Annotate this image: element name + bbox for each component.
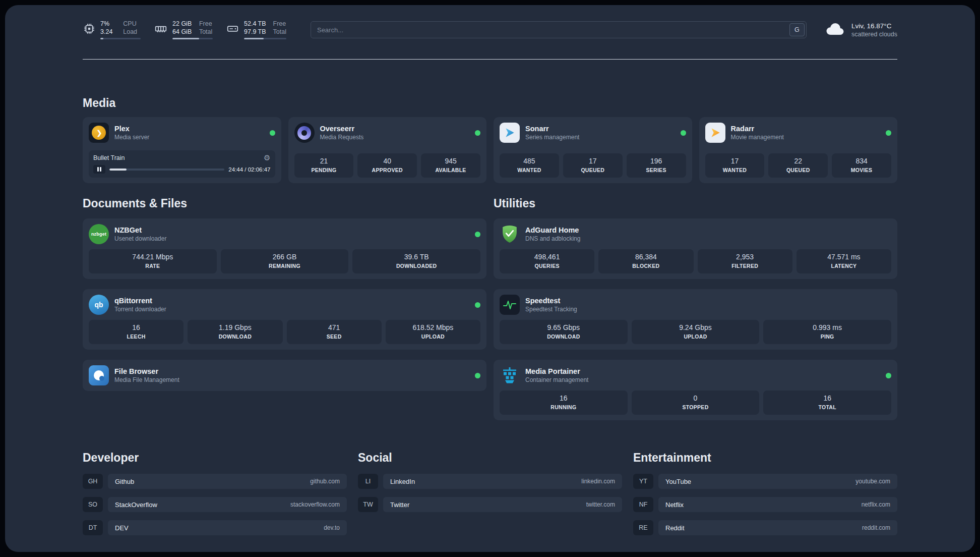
bookmark-url: youtube.com bbox=[855, 478, 890, 485]
bookmark-abbr: SO bbox=[83, 497, 103, 512]
speedtest-icon bbox=[500, 295, 520, 315]
app-desc: Media Requests bbox=[320, 134, 364, 141]
disk-stat: 52.4 TB Free 97.9 TB Total bbox=[226, 20, 286, 40]
ram-free-value: 22 GiB bbox=[172, 20, 192, 28]
disk-free-value: 52.4 TB bbox=[244, 20, 266, 28]
nzbget-icon: nzbget bbox=[89, 224, 109, 244]
bookmark-name: StackOverflow bbox=[115, 501, 157, 509]
bookmark-dev[interactable]: DT DEV dev.to bbox=[83, 520, 347, 535]
seek-bar[interactable] bbox=[109, 169, 224, 171]
bookmark-youtube[interactable]: YT YouTube youtube.com bbox=[633, 474, 897, 489]
app-card-radarr[interactable]: Radarr Movie management 17 WANTED 22 QUE… bbox=[699, 117, 898, 183]
app-name: Overseerr bbox=[320, 124, 364, 133]
sonarr-icon bbox=[500, 123, 520, 143]
bookmark-url: netflix.com bbox=[862, 501, 890, 508]
bookmark-reddit[interactable]: RE Reddit reddit.com bbox=[633, 520, 897, 535]
stat-queued: 22 QUEUED bbox=[768, 153, 828, 178]
app-card-nzbget[interactable]: nzbget NZBGet Usenet downloader 744.21 M… bbox=[83, 218, 486, 279]
app-desc: Speedtest Tracking bbox=[525, 306, 577, 313]
cpu-stat: 7% CPU 3.24 Load bbox=[83, 20, 141, 40]
bookmark-name: DEV bbox=[115, 524, 129, 532]
now-playing-title: Bullet Train bbox=[93, 154, 125, 161]
bookmark-github[interactable]: GH Github github.com bbox=[83, 474, 347, 489]
cpu-label: CPU bbox=[123, 20, 141, 28]
bookmark-group-entertainment: Entertainment YT YouTube youtube.com NF … bbox=[633, 451, 897, 535]
topbar-divider bbox=[83, 59, 897, 60]
bookmark-abbr: RE bbox=[633, 520, 653, 535]
bookmark-url: twitter.com bbox=[586, 501, 615, 508]
bookmark-name: Github bbox=[115, 478, 134, 485]
stat-leech: 16 LEECH bbox=[89, 320, 183, 344]
stat-approved: 40 APPROVED bbox=[357, 153, 417, 178]
cpu-load-value: 3.24 bbox=[100, 28, 116, 36]
app-name: Sonarr bbox=[525, 124, 579, 133]
cpu-usage-value: 7% bbox=[100, 20, 116, 28]
utilities-column: Utilities bbox=[494, 196, 897, 420]
app-desc: Usenet downloader bbox=[114, 235, 166, 243]
app-name: NZBGet bbox=[114, 226, 166, 235]
app-name: Media Portainer bbox=[525, 367, 588, 376]
app-card-speedtest[interactable]: Speedtest Speedtest Tracking 9.65 Gbps D… bbox=[494, 289, 897, 350]
status-dot bbox=[270, 130, 275, 136]
stat-ping: 0.993 ms PING bbox=[763, 320, 891, 344]
stat-latency: 47.571 ms LATENCY bbox=[797, 249, 891, 273]
stat-downloaded: 39.6 TB DOWNLOADED bbox=[352, 249, 480, 273]
app-card-filebrowser[interactable]: File Browser Media File Management bbox=[83, 360, 486, 391]
app-card-overseerr[interactable]: Overseerr Media Requests 21 PENDING 40 A… bbox=[288, 117, 487, 183]
bookmark-abbr: TW bbox=[358, 497, 378, 512]
section-title-media: Media bbox=[83, 96, 897, 110]
filebrowser-icon bbox=[89, 365, 109, 385]
qbittorrent-icon: qb bbox=[89, 295, 109, 315]
portainer-icon bbox=[500, 365, 520, 385]
disk-icon bbox=[226, 22, 239, 37]
top-bar: 7% CPU 3.24 Load bbox=[83, 5, 897, 41]
status-dot bbox=[475, 232, 480, 237]
bookmark-netflix[interactable]: NF Netflix netflix.com bbox=[633, 497, 897, 512]
status-dot bbox=[475, 302, 480, 308]
stat-wanted: 17 WANTED bbox=[705, 153, 765, 178]
section-title-social: Social bbox=[358, 451, 622, 465]
weather-location: Lviv, 16.87°C bbox=[851, 22, 897, 30]
app-card-sonarr[interactable]: Sonarr Series management 485 WANTED 17 Q… bbox=[494, 117, 692, 183]
app-name: Radarr bbox=[731, 124, 784, 133]
stat-queued: 17 QUEUED bbox=[563, 153, 623, 178]
app-card-plex[interactable]: ❯ Plex Media server Bullet Train ⚙ bbox=[83, 117, 281, 183]
cpu-load-label: Load bbox=[123, 28, 141, 36]
bookmark-stackoverflow[interactable]: SO StackOverflow stackoverflow.com bbox=[83, 497, 347, 512]
app-name: Speedtest bbox=[525, 296, 577, 305]
app-desc: Container management bbox=[525, 376, 588, 384]
stat-remaining: 266 GB REMAINING bbox=[221, 249, 349, 273]
stat-available: 945 AVAILABLE bbox=[421, 153, 480, 178]
status-dot bbox=[475, 130, 480, 136]
cpu-icon bbox=[83, 22, 96, 37]
settings-gear-icon[interactable]: ⚙ bbox=[264, 154, 270, 161]
bookmark-group-social: Social LI LinkedIn linkedin.com TW Twitt… bbox=[358, 451, 622, 535]
disk-free-label: Free bbox=[273, 20, 286, 28]
pause-button[interactable] bbox=[93, 165, 105, 174]
app-desc: Media server bbox=[114, 134, 149, 141]
plex-now-playing: Bullet Train ⚙ 24:44 / 02:06:47 bbox=[89, 150, 275, 178]
bookmark-url: linkedin.com bbox=[581, 478, 615, 485]
section-title-documents: Documents & Files bbox=[83, 196, 486, 210]
bookmark-abbr: LI bbox=[358, 474, 378, 489]
stat-rate: 744.21 Mbps RATE bbox=[89, 249, 217, 273]
search-engine-button[interactable]: G bbox=[789, 23, 805, 36]
ram-total-value: 64 GiB bbox=[172, 28, 192, 36]
stat-running: 16 RUNNING bbox=[500, 391, 628, 415]
app-desc: Torrent downloader bbox=[114, 306, 166, 313]
app-card-adguard[interactable]: AdGuard Home DNS and adblocking 498,461 … bbox=[494, 218, 897, 279]
bookmark-name: Reddit bbox=[665, 524, 685, 532]
adguard-icon bbox=[500, 224, 520, 244]
bookmark-name: LinkedIn bbox=[390, 478, 415, 485]
documents-column: Documents & Files nzbget NZBGet Usenet d… bbox=[83, 196, 486, 420]
app-desc: Media File Management bbox=[114, 376, 179, 384]
app-card-portainer[interactable]: Media Portainer Container management 16 … bbox=[494, 360, 897, 420]
ram-total-label: Total bbox=[199, 28, 213, 36]
dashboard: 7% CPU 3.24 Load bbox=[5, 5, 975, 552]
bookmark-abbr: DT bbox=[83, 520, 103, 535]
bookmark-linkedin[interactable]: LI LinkedIn linkedin.com bbox=[358, 474, 622, 489]
app-card-qbittorrent[interactable]: qb qBittorrent Torrent downloader 16 bbox=[83, 289, 486, 350]
bookmark-twitter[interactable]: TW Twitter twitter.com bbox=[358, 497, 622, 512]
stat-upload: 9.24 Gbps UPLOAD bbox=[632, 320, 760, 344]
search-input[interactable] bbox=[311, 21, 807, 38]
